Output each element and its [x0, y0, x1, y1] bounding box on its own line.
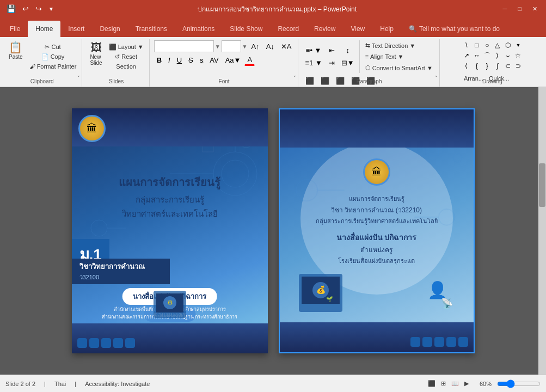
shape-7[interactable]: ↔ — [472, 51, 482, 60]
char-spacing-button[interactable]: AV — [207, 54, 221, 66]
new-slide-button[interactable]: 🖼 NewSlide — [87, 40, 105, 68]
shape-17[interactable]: ⊃ — [513, 61, 523, 71]
slide2-school: โรงเรียนสื่อแผ่งปันตลรุกระแด — [296, 256, 457, 266]
slide2-left-art: 💰 🌱 — [296, 268, 345, 320]
font-size-box[interactable] — [222, 40, 241, 52]
slide-1[interactable]: 🏛 แผนการจัดการเรียนรู้ กลุ่มสาระการเรียน… — [72, 108, 268, 353]
svg-text:📡: 📡 — [441, 297, 453, 309]
slide-2[interactable]: 🏛 แผนการจัดการเรียนรู้ วิชา วิทยาการคำนว… — [279, 108, 475, 353]
shape-10[interactable]: ⌣ — [503, 51, 513, 60]
scroll-thumb[interactable] — [539, 163, 545, 207]
paste-button[interactable]: 📋 Paste — [5, 40, 26, 62]
view-outline-icon[interactable]: ⊞ — [441, 380, 446, 387]
clipboard-expand-icon[interactable]: ⌄ — [77, 73, 81, 78]
increase-font-button[interactable]: A↑ — [248, 40, 262, 52]
tab-transitions[interactable]: Transitions — [128, 21, 175, 37]
clipboard-label: Clipboard — [2, 78, 82, 85]
copy-button[interactable]: 📄 Copy — [27, 52, 79, 62]
slide1-content: แผนการจัดการเรียนรู้ กลุ่มสาระการเรียนรู… — [72, 174, 268, 226]
strikethrough-button[interactable]: S — [186, 54, 196, 66]
decrease-font-button[interactable]: A↓ — [263, 40, 277, 52]
redo-icon[interactable]: ↪ — [33, 3, 44, 14]
save-icon[interactable]: 💾 — [4, 3, 18, 14]
columns-button[interactable]: ⊟▼ — [339, 57, 357, 69]
title-bar: 💾 ↩ ↪ ▼ ปกแผนการสอนวิชาริทยาการคำนวณ.ppt… — [0, 0, 546, 17]
font-expand-icon[interactable]: ⌄ — [293, 73, 297, 78]
status-separator2: | — [75, 381, 76, 387]
shapes-more[interactable]: ▼ — [513, 40, 523, 50]
slide2-emblem: 🏛 — [363, 158, 390, 186]
font-name-box[interactable] — [154, 40, 214, 52]
view-slideshow-icon[interactable]: ▶ — [464, 380, 469, 387]
clear-format-button[interactable]: ✕A — [278, 40, 295, 52]
shape-6[interactable]: ↗ — [462, 51, 471, 60]
tab-review[interactable]: Review — [306, 21, 343, 37]
font-color-button[interactable]: A — [244, 54, 255, 66]
paragraph-expand-icon[interactable]: ⌄ — [434, 73, 438, 78]
shape-1[interactable]: \ — [462, 40, 471, 50]
smartart-button[interactable]: ⬡ Convert to SmartArt ▼ — [362, 63, 436, 73]
shape-4[interactable]: △ — [493, 40, 502, 50]
shape-5[interactable]: ⬡ — [503, 40, 513, 50]
customize-qat-icon[interactable]: ▼ — [46, 5, 56, 13]
shape-14[interactable]: } — [482, 61, 492, 71]
format-painter-button[interactable]: 🖌 Format Painter — [27, 62, 79, 71]
align-text-button[interactable]: ≡ Align Text ▼ — [362, 52, 436, 62]
shape-8[interactable]: ⌒ — [482, 51, 492, 60]
close-button[interactable]: ✕ — [528, 4, 542, 14]
line-spacing-button[interactable]: ↕ — [339, 45, 357, 57]
shape-13[interactable]: { — [472, 61, 482, 71]
shape-9[interactable]: ⟩ — [493, 51, 502, 60]
bold-button[interactable]: B — [154, 54, 164, 66]
zoom-slider[interactable] — [497, 380, 541, 388]
shape-11[interactable]: ☆ — [513, 51, 523, 60]
cut-button[interactable]: ✂ Cut — [27, 42, 79, 52]
tab-view[interactable]: View — [343, 21, 372, 37]
shadow-button[interactable]: s — [197, 54, 206, 66]
text-direction-button[interactable]: ⇆ Text Direction ▼ — [362, 40, 436, 51]
decrease-indent-button[interactable]: ⇤ — [326, 45, 338, 57]
slide2-author: นางสื่อแผ่งปัน ปกิฉาการ — [296, 231, 457, 243]
view-reading-icon[interactable]: 📖 — [451, 380, 459, 387]
section-button[interactable]: Section — [107, 62, 146, 71]
slide1-dots — [77, 338, 135, 348]
tab-slideshow[interactable]: Slide Show — [222, 21, 270, 37]
increase-indent-button[interactable]: ⇥ — [326, 57, 338, 69]
layout-button[interactable]: ⬛ Layout ▼ — [107, 42, 146, 52]
case-button[interactable]: Aa▼ — [223, 54, 244, 66]
accessibility-status[interactable]: Accessibility: Investigate — [85, 381, 150, 387]
number-list-button[interactable]: ≡1 ▼ — [303, 57, 325, 69]
undo-icon[interactable]: ↩ — [20, 3, 31, 14]
window-title: ปกแผนการสอนวิชาริทยาการคำนวณ.pptx – Powe… — [59, 4, 495, 14]
ribbon-tabs: File Home Insert Design Transitions Anim… — [0, 17, 546, 37]
tab-search[interactable]: 🔍 Tell me what you want to do — [401, 21, 507, 37]
drawing-label: Drawing — [441, 78, 544, 85]
tab-record[interactable]: Record — [270, 21, 306, 37]
tab-insert[interactable]: Insert — [60, 21, 92, 37]
slide2-right-art: 👤 📡 — [425, 274, 463, 320]
view-normal-icon[interactable]: ⬛ — [428, 380, 435, 387]
shape-3[interactable]: ○ — [482, 40, 492, 50]
status-bar-right: ⬛ ⊞ 📖 ▶ 60% — [428, 380, 541, 388]
bullet-list-button[interactable]: ≡• ▼ — [303, 45, 325, 57]
dot1 — [77, 338, 87, 348]
shape-12[interactable]: ⟨ — [462, 61, 471, 71]
vertical-scrollbar[interactable] — [538, 87, 546, 375]
tab-design[interactable]: Design — [92, 21, 127, 37]
italic-button[interactable]: I — [165, 54, 173, 66]
tab-help[interactable]: Help — [372, 21, 401, 37]
maximize-button[interactable]: □ — [513, 4, 526, 14]
reset-button[interactable]: ↺ Reset — [107, 52, 146, 62]
slides-group: 🖼 NewSlide ⬛ Layout ▼ ↺ Reset Section Sl… — [83, 39, 149, 87]
minimize-button[interactable]: ─ — [499, 4, 512, 14]
underline-button[interactable]: U — [174, 54, 185, 66]
slide2-area: กลุ่มสาระการเรียนรู้วิทยาศาสตร์และเทคโนโ… — [296, 216, 457, 226]
tab-animations[interactable]: Animations — [175, 21, 222, 37]
dot-r5 — [458, 337, 468, 347]
tab-home[interactable]: Home — [28, 21, 60, 37]
shape-2[interactable]: □ — [472, 40, 482, 50]
tab-file[interactable]: File — [2, 21, 28, 37]
shape-16[interactable]: ⊂ — [503, 61, 513, 71]
shape-15[interactable]: ∫ — [493, 61, 502, 71]
dot-r2 — [422, 337, 432, 347]
